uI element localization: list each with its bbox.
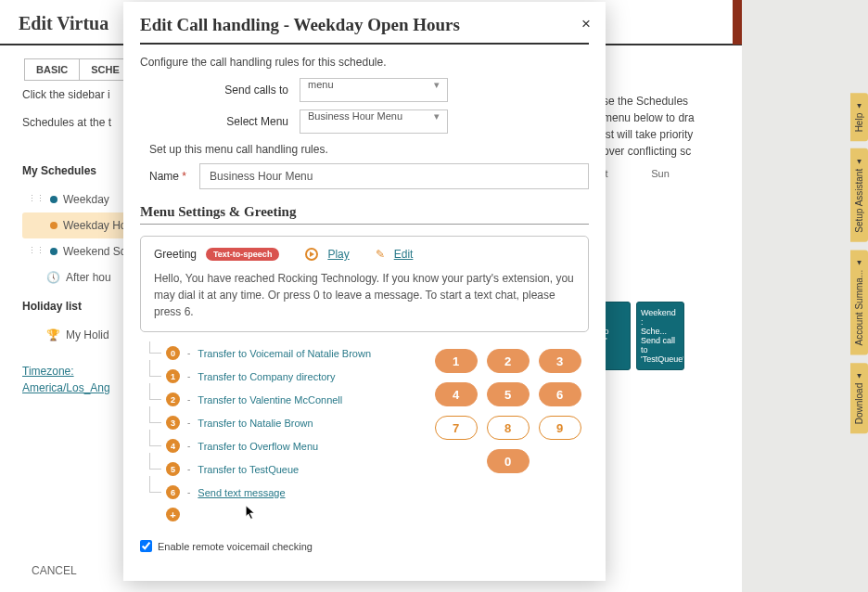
tts-badge: Text-to-speech bbox=[206, 248, 279, 261]
setup-text: Set up this menu call handling rules. bbox=[149, 143, 589, 156]
enable-voicemail-label: Enable remote voicemail checking bbox=[158, 541, 313, 552]
chevron-icon: ▲ bbox=[855, 158, 863, 166]
modal-edit-call-handling: Edit Call handling - Weekday Open Hours … bbox=[123, 2, 606, 581]
menu-item-2[interactable]: 2-Transfer to Valentine McConnell bbox=[140, 388, 414, 411]
menu-item-6[interactable]: 6-Send text message bbox=[140, 481, 414, 504]
rtab-setup[interactable]: Setup Assistant ▲ bbox=[850, 148, 868, 242]
add-item-icon[interactable]: + bbox=[166, 508, 180, 521]
key-badge: 5 bbox=[166, 462, 180, 476]
edit-link[interactable]: Edit bbox=[394, 248, 414, 261]
key-badge: 2 bbox=[166, 393, 180, 406]
greeting-label: Greeting bbox=[154, 248, 197, 261]
key-badge: 4 bbox=[166, 439, 180, 453]
name-label: Name * bbox=[149, 170, 186, 183]
menu-item-link[interactable]: Transfer to Overflow Menu bbox=[198, 441, 318, 452]
menu-items-list: 0-Transfer to Voicemail of Natalie Brown… bbox=[140, 341, 414, 521]
greeting-text: Hello, You have reached Rocking Technolo… bbox=[154, 270, 575, 320]
keypad-7[interactable]: 7 bbox=[435, 416, 478, 440]
menu-item-1[interactable]: 1-Transfer to Company directory bbox=[140, 365, 414, 388]
red-accent bbox=[733, 0, 742, 45]
menu-item-link[interactable]: Transfer to Valentine McConnell bbox=[198, 394, 342, 405]
modal-close-icon[interactable]: × bbox=[581, 15, 591, 33]
trophy-icon: 🏆 bbox=[46, 327, 60, 343]
greeting-box: Greeting Text-to-speech Play ✎ Edit Hell… bbox=[140, 236, 589, 332]
select-menu-select[interactable]: Business Hour Menu bbox=[300, 109, 448, 134]
keypad-9[interactable]: 9 bbox=[539, 416, 581, 440]
right-sidebar bbox=[742, 0, 868, 592]
rtab-account[interactable]: Account Summa... ▲ bbox=[850, 250, 868, 354]
keypad-1[interactable]: 1 bbox=[435, 349, 478, 373]
keypad-4[interactable]: 4 bbox=[435, 382, 478, 406]
chevron-icon: ▲ bbox=[855, 102, 863, 110]
keypad: 1 2 3 4 5 6 7 8 9 0 bbox=[427, 341, 589, 521]
dot-icon bbox=[50, 248, 57, 255]
keypad-8[interactable]: 8 bbox=[487, 416, 530, 440]
menu-item-link[interactable]: Transfer to Natalie Brown bbox=[198, 418, 313, 429]
menu-item-link[interactable]: Transfer to Voicemail of Natalie Brown bbox=[198, 348, 371, 359]
name-input[interactable] bbox=[199, 163, 589, 189]
key-badge: 3 bbox=[166, 416, 180, 430]
menu-item-3[interactable]: 3-Transfer to Natalie Brown bbox=[140, 411, 414, 434]
calendar-block[interactable]: Weekend :Sche...Send call to'TestQueue' bbox=[636, 302, 684, 370]
send-calls-select[interactable]: menu bbox=[300, 78, 448, 102]
play-icon[interactable] bbox=[305, 248, 318, 261]
clock-icon: 🕔 bbox=[46, 269, 60, 286]
menu-item-4[interactable]: 4-Transfer to Overflow Menu bbox=[140, 434, 414, 457]
cancel-button-bg[interactable]: CANCEL bbox=[22, 559, 86, 583]
menu-item-link[interactable]: Transfer to TestQueue bbox=[198, 464, 299, 475]
play-link[interactable]: Play bbox=[327, 248, 349, 261]
chevron-icon: ▲ bbox=[855, 259, 863, 267]
right-tabs: Help ▲ Setup Assistant ▲ Account Summa..… bbox=[850, 93, 868, 433]
modal-intro: Configure the call handling rules for th… bbox=[140, 56, 589, 69]
enable-voicemail-checkbox[interactable] bbox=[140, 540, 152, 552]
rtab-help[interactable]: Help ▲ bbox=[850, 93, 868, 141]
section-menu-greeting: Menu Settings & Greeting bbox=[140, 204, 589, 225]
keypad-0[interactable]: 0 bbox=[487, 449, 530, 473]
menu-item-5[interactable]: 5-Transfer to TestQueue bbox=[140, 457, 414, 481]
select-menu-label: Select Menu bbox=[140, 115, 288, 128]
dot-icon bbox=[50, 196, 57, 203]
key-badge: 6 bbox=[166, 485, 180, 499]
send-calls-label: Send calls to bbox=[140, 84, 288, 97]
keypad-5[interactable]: 5 bbox=[487, 382, 530, 406]
key-badge: 0 bbox=[166, 346, 180, 360]
day-header: Sun bbox=[636, 162, 684, 190]
menu-item-link[interactable]: Transfer to Company directory bbox=[198, 371, 335, 382]
dot-icon bbox=[50, 222, 57, 229]
modal-title: Edit Call handling - Weekday Open Hours bbox=[140, 15, 589, 45]
keypad-3[interactable]: 3 bbox=[539, 349, 581, 373]
pencil-icon[interactable]: ✎ bbox=[376, 248, 385, 261]
required-icon: * bbox=[182, 170, 186, 183]
rtab-download[interactable]: Download ▲ bbox=[850, 363, 868, 433]
keypad-6[interactable]: 6 bbox=[539, 382, 581, 406]
menu-item-link[interactable]: Send text message bbox=[198, 487, 285, 498]
chevron-icon: ▲ bbox=[855, 372, 863, 380]
key-badge: 1 bbox=[166, 369, 180, 383]
tab-basic[interactable]: BASIC bbox=[24, 58, 80, 81]
keypad-2[interactable]: 2 bbox=[487, 349, 530, 373]
menu-item-0[interactable]: 0-Transfer to Voicemail of Natalie Brown bbox=[140, 341, 414, 365]
